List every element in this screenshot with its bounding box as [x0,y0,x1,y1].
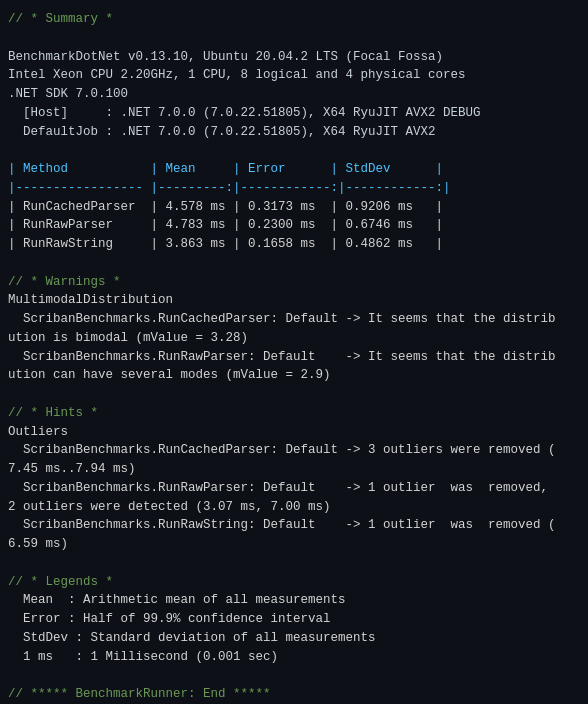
legends-2: StdDev : Standard deviation of all measu… [8,631,376,645]
legends-comment: // * Legends * [8,575,113,589]
legends-1: Error : Half of 99.9% confidence interva… [8,612,331,626]
table-sep: |----------------- |---------:|---------… [8,181,451,195]
sys-info-3: [Host] : .NET 7.0.0 (7.0.22.51805), X64 … [8,106,481,120]
multimodal-title: MultimodalDistribution [8,293,173,307]
hints-comment: // * Hints * [8,406,98,420]
sys-info-2: .NET SDK 7.0.100 [8,87,128,101]
blank6 [8,668,16,682]
blank4 [8,387,16,401]
outliers-5: 6.59 ms) [8,537,68,551]
legends-0: Mean : Arithmetic mean of all measuremen… [8,593,346,607]
outliers-2: ScribanBenchmarks.RunRawParser: Default … [8,481,548,495]
outliers-0: ScribanBenchmarks.RunCachedParser: Defau… [8,443,556,457]
multimodal-0: ScribanBenchmarks.RunCachedParser: Defau… [8,312,556,326]
table-row-0: | RunCachedParser | 4.578 ms | 0.3173 ms… [8,200,443,214]
outliers-3: 2 outliers were detected (3.07 ms, 7.00 … [8,500,331,514]
blank5 [8,556,16,570]
multimodal-2: ScribanBenchmarks.RunRawParser: Default … [8,350,556,364]
warnings-comment: // * Warnings * [8,275,121,289]
terminal-output: // * Summary * BenchmarkDotNet v0.13.10,… [8,10,580,704]
multimodal-1: ution is bimodal (mValue = 3.28) [8,331,248,345]
blank3 [8,256,16,270]
table-header: | Method | Mean | Error | StdDev | [8,162,443,176]
blank1 [8,31,16,45]
multimodal-3: ution can have several modes (mValue = 2… [8,368,331,382]
blank2 [8,143,16,157]
sys-info-0: BenchmarkDotNet v0.13.10, Ubuntu 20.04.2… [8,50,443,64]
outliers-4: ScribanBenchmarks.RunRawString: Default … [8,518,556,532]
outliers-title: Outliers [8,425,68,439]
table-row-2: | RunRawString | 3.863 ms | 0.1658 ms | … [8,237,443,251]
outliers-1: 7.45 ms..7.94 ms) [8,462,136,476]
runner-comment: // ***** BenchmarkRunner: End ***** [8,687,271,701]
sys-info-4: DefaultJob : .NET 7.0.0 (7.0.22.51805), … [8,125,436,139]
legends-3: 1 ms : 1 Millisecond (0.001 sec) [8,650,278,664]
table-row-1: | RunRawParser | 4.783 ms | 0.2300 ms | … [8,218,443,232]
summary-comment: // * Summary * [8,12,113,26]
sys-info-1: Intel Xeon CPU 2.20GHz, 1 CPU, 8 logical… [8,68,466,82]
